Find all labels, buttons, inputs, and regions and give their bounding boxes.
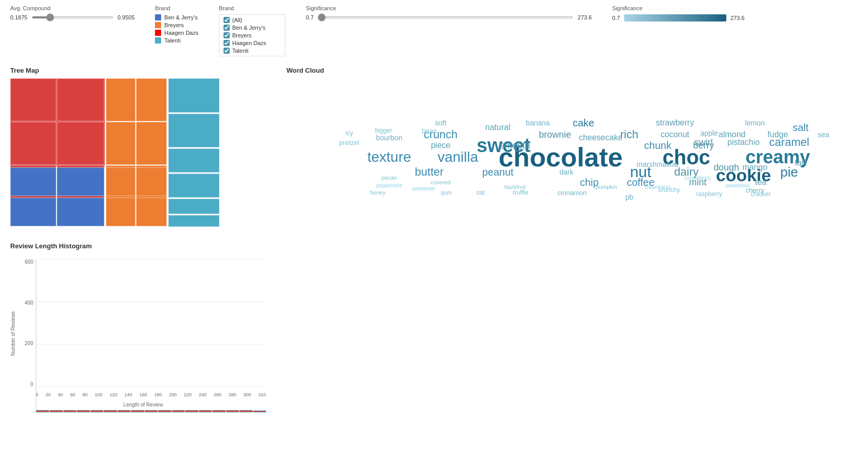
word-pb[interactable]: pb xyxy=(625,193,633,201)
filter-breyers-checkbox[interactable] xyxy=(224,32,230,38)
x-label-220: 220 xyxy=(184,392,192,397)
treemap-cell[interactable] xyxy=(57,167,104,196)
sig-scale-max: 273.6 xyxy=(730,15,745,21)
word-vanilla[interactable]: vanilla xyxy=(437,149,478,165)
word-smooth[interactable]: smooth xyxy=(500,140,530,151)
treemap-cell[interactable] xyxy=(106,167,136,196)
filter-talenti-label: Talenti xyxy=(232,48,249,54)
word-consistency[interactable]: consistency xyxy=(684,175,711,181)
treemap-cell[interactable] xyxy=(106,78,136,121)
word-cake[interactable]: cake xyxy=(573,117,594,129)
word-oat[interactable]: oat xyxy=(476,189,485,196)
treemap-cell[interactable] xyxy=(57,78,104,121)
word-marshmallow[interactable]: marshmallow xyxy=(637,160,679,168)
word-texture[interactable]: texture xyxy=(367,149,411,165)
treemap-cell[interactable] xyxy=(10,167,56,196)
filter-bj[interactable]: Ben & Jerry's xyxy=(224,25,281,31)
word-bean[interactable]: bean xyxy=(422,126,437,134)
word-gum[interactable]: gum xyxy=(441,189,452,196)
treemap-cell[interactable] xyxy=(136,198,167,226)
word-salt[interactable]: salt xyxy=(793,121,809,133)
filter-all[interactable]: (All) xyxy=(224,17,281,23)
word-peanut[interactable]: peanut xyxy=(482,166,514,178)
avg-compound-control: Avg. Compound 0.1875 0.9505 xyxy=(10,5,135,20)
word-lemon[interactable]: lemon xyxy=(745,119,765,127)
treemap-cell[interactable] xyxy=(57,122,104,165)
word-cinnamon[interactable]: cinnamon xyxy=(558,189,586,197)
word-soft[interactable]: soft xyxy=(435,119,447,127)
word-raspberry[interactable]: raspberry xyxy=(696,190,722,198)
word-chunk[interactable]: chunk xyxy=(644,139,671,151)
word-dark[interactable]: dark xyxy=(560,168,573,176)
avg-compound-slider[interactable] xyxy=(32,16,114,18)
hist-bar-group-5 xyxy=(104,410,117,412)
word-pretzel[interactable]: pretzel xyxy=(339,138,359,146)
word-truffle[interactable]: truffle xyxy=(513,189,528,196)
treemap-hd-top xyxy=(10,78,105,165)
word-honey[interactable]: honey xyxy=(370,189,386,196)
treemap-cell[interactable] xyxy=(168,148,219,173)
word-coconut[interactable]: coconut xyxy=(661,130,689,139)
treemap-cell[interactable] xyxy=(168,114,219,148)
treemap-col-breyers xyxy=(106,78,167,227)
filter-bj-label: Ben & Jerry's xyxy=(232,25,265,31)
word-pumpkin[interactable]: pumpkin xyxy=(596,184,617,190)
word-banana[interactable]: banana xyxy=(526,119,550,127)
hist-bar-segment xyxy=(91,412,103,412)
treemap-cell[interactable] xyxy=(106,198,136,226)
word-sweetener[interactable]: sweetener xyxy=(412,185,435,191)
treemap-cell[interactable] xyxy=(168,78,219,113)
word-pecan[interactable]: pecan xyxy=(382,175,397,181)
filter-breyers[interactable]: Breyers xyxy=(224,32,281,38)
treemap-cell[interactable] xyxy=(168,215,219,227)
word-bourbon[interactable]: bourbon xyxy=(376,134,402,142)
word-sea[interactable]: sea xyxy=(818,131,830,139)
brand-legend: Ben & Jerry's Breyers Haagen Dazs Talent… xyxy=(155,14,198,44)
treemap-cell[interactable] xyxy=(10,198,56,226)
word-brownie[interactable]: brownie xyxy=(539,130,571,140)
word-almond[interactable]: almond xyxy=(719,130,745,139)
word-cheesecake[interactable]: cheesecake xyxy=(579,133,622,142)
word-fudge[interactable]: fudge xyxy=(768,130,788,139)
word-tart[interactable]: tart xyxy=(795,158,807,167)
filter-all-checkbox[interactable] xyxy=(224,17,230,23)
word-natural[interactable]: natural xyxy=(485,123,510,132)
word-rich[interactable]: rich xyxy=(620,128,638,141)
filter-talenti-checkbox[interactable] xyxy=(224,48,230,54)
significance-slider[interactable] xyxy=(318,16,573,18)
word-cracker[interactable]: cracker xyxy=(750,190,770,198)
dashboard: Avg. Compound 0.1875 0.9505 Brand Ben & … xyxy=(0,0,868,449)
word-piece[interactable]: piece xyxy=(431,141,450,150)
treemap-cell[interactable] xyxy=(10,78,56,121)
word-icy[interactable]: icy xyxy=(346,130,353,137)
word-berry[interactable]: berry xyxy=(693,140,714,151)
treemap-cell[interactable] xyxy=(136,78,167,121)
treemap-bj-left xyxy=(10,167,105,227)
treemap-cell[interactable] xyxy=(57,198,104,226)
filter-bj-checkbox[interactable] xyxy=(224,25,230,31)
word-apple[interactable]: apple xyxy=(700,129,718,137)
word-sweetness[interactable]: sweetness xyxy=(726,182,750,188)
word-bigger[interactable]: bigger xyxy=(375,127,392,134)
x-label-0: 0 xyxy=(36,392,38,397)
word-hazelnut[interactable]: hazelnut xyxy=(504,184,526,190)
treemap-cell[interactable] xyxy=(168,199,219,213)
treemap-cell[interactable] xyxy=(106,122,136,165)
treemap-cell[interactable] xyxy=(136,167,167,196)
filter-talenti[interactable]: Talenti xyxy=(224,48,281,54)
word-peppermint[interactable]: peppermint xyxy=(376,182,402,188)
filter-hd[interactable]: Haagen Dazs xyxy=(224,40,281,46)
treemap-cell[interactable] xyxy=(10,122,56,165)
word-covered[interactable]: covered xyxy=(431,179,451,185)
word-strawberry[interactable]: strawberry xyxy=(656,118,694,127)
word-creaminess[interactable]: creaminess xyxy=(644,184,671,189)
legend-dot-hd xyxy=(155,30,161,36)
treemap-cell[interactable] xyxy=(168,174,219,198)
word-dough[interactable]: dough xyxy=(714,162,739,173)
x-label-240: 240 xyxy=(199,392,207,397)
word-mango[interactable]: mango xyxy=(742,163,767,172)
filter-hd-checkbox[interactable] xyxy=(224,40,230,46)
word-butter[interactable]: butter xyxy=(415,165,443,179)
treemap-cell[interactable] xyxy=(136,122,167,165)
sig-colorscale-group: Significance 0.7 273.6 xyxy=(612,5,745,22)
